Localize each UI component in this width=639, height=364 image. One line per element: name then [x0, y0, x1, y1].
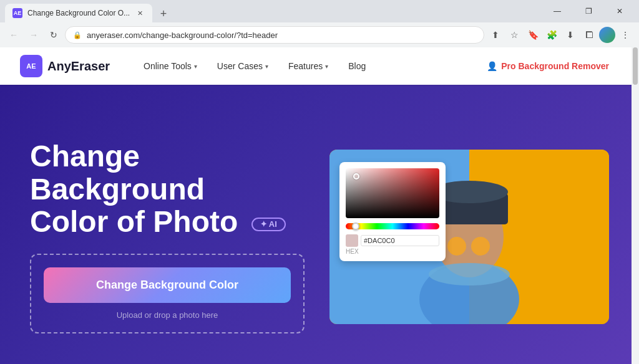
svg-point-8: [429, 263, 510, 285]
refresh-button[interactable]: ↻: [45, 26, 62, 44]
nav-usecases-chevron: ▾: [265, 63, 268, 70]
back-button[interactable]: ←: [5, 26, 22, 44]
title-bar: AE Change Background Color O... ✕ + — ❐ …: [0, 0, 639, 22]
minimize-button[interactable]: —: [543, 0, 572, 22]
download-icon[interactable]: ⬇: [562, 26, 579, 44]
hex-label: HEX: [346, 248, 439, 255]
split-view-icon[interactable]: ⧠: [580, 26, 598, 44]
logo-badge: AE: [20, 55, 42, 77]
hero-title: Change Background Color of Photo ✦ AI: [30, 140, 305, 239]
hero-title-line2: Background: [30, 173, 205, 206]
hex-swatch[interactable]: [346, 234, 358, 247]
tab-strip: AE Change Background Color O... ✕ +: [5, 0, 543, 22]
nav-cta-icon: 👤: [487, 61, 497, 71]
site-logo[interactable]: AE AnyEraser: [20, 55, 110, 77]
share-icon[interactable]: ⬆: [487, 26, 504, 44]
nav-pro-cta[interactable]: 👤 Pro Background Remover: [477, 56, 619, 76]
tab-favicon: AE: [12, 8, 22, 18]
nav-features[interactable]: Features ▾: [280, 56, 337, 76]
logo-text: AnyEraser: [47, 59, 110, 74]
lock-icon: 🔒: [73, 31, 82, 39]
window-controls: — ❐ ✕: [543, 0, 634, 22]
upload-hint: Upload or drop a photo here: [117, 310, 218, 320]
site-navigation: AE AnyEraser Online Tools ▾ User Cases ▾…: [0, 47, 639, 85]
new-tab-button[interactable]: +: [155, 5, 172, 22]
svg-point-6: [471, 236, 490, 256]
toolbar-icons: ⬆ ☆ 🔖 🧩 ⬇ ⧠ ⋮: [487, 26, 634, 44]
color-gradient[interactable]: [346, 168, 439, 218]
url-bar[interactable]: 🔒 anyeraser.com/change-background-color/…: [65, 26, 484, 44]
hero-left: Change Background Color of Photo ✦ AI Ch…: [30, 140, 305, 333]
nav-tools-chevron: ▾: [194, 63, 197, 70]
nav-links: Online Tools ▾ User Cases ▾ Features ▾ B…: [135, 56, 477, 76]
tab-close-button[interactable]: ✕: [135, 8, 145, 18]
nav-user-cases-label: User Cases: [217, 61, 263, 71]
ai-badge: ✦ AI: [251, 218, 286, 231]
url-text: anyeraser.com/change-background-color/?t…: [87, 31, 476, 40]
hero-title-line1: Change: [30, 140, 140, 173]
color-cursor: [353, 173, 359, 180]
nav-features-label: Features: [288, 61, 323, 71]
maximize-button[interactable]: ❐: [574, 0, 603, 22]
nav-user-cases[interactable]: User Cases ▾: [208, 56, 277, 76]
address-bar: ← → ↻ 🔒 anyeraser.com/change-background-…: [0, 22, 639, 47]
bookmark-icon[interactable]: 🔖: [524, 26, 542, 44]
hue-thumb: [352, 223, 359, 230]
hex-input[interactable]: #DAC0C0: [361, 235, 439, 246]
bookmark-add-icon[interactable]: ☆: [505, 26, 523, 44]
nav-blog[interactable]: Blog: [339, 56, 374, 76]
upload-button[interactable]: Change Background Color: [44, 267, 291, 303]
scrollbar-thumb[interactable]: [633, 47, 638, 85]
hue-slider[interactable]: [346, 223, 439, 229]
active-tab[interactable]: AE Change Background Color O... ✕: [5, 4, 152, 22]
nav-cta-label: Pro Background Remover: [501, 61, 609, 71]
color-picker[interactable]: #DAC0C0 HEX: [339, 162, 446, 261]
website-content: AE AnyEraser Online Tools ▾ User Cases ▾…: [0, 47, 639, 364]
upload-area[interactable]: Change Background Color Upload or drop a…: [30, 254, 305, 333]
nav-online-tools[interactable]: Online Tools ▾: [135, 56, 206, 76]
tab-title: Change Background Color O...: [27, 9, 130, 17]
nav-features-chevron: ▾: [325, 63, 328, 70]
profile-avatar[interactable]: [599, 27, 615, 43]
hero-title-line3: Color of Photo: [30, 205, 238, 238]
demo-image: #DAC0C0 HEX: [329, 150, 609, 324]
forward-button[interactable]: →: [25, 26, 42, 44]
extensions-icon[interactable]: 🧩: [543, 26, 560, 44]
more-menu-icon[interactable]: ⋮: [617, 26, 634, 44]
nav-online-tools-label: Online Tools: [144, 61, 192, 71]
hero-section: Change Background Color of Photo ✦ AI Ch…: [0, 85, 639, 364]
nav-blog-label: Blog: [348, 61, 366, 71]
scrollbar[interactable]: [632, 47, 639, 364]
close-button[interactable]: ✕: [605, 0, 634, 22]
hero-right: #DAC0C0 HEX: [329, 150, 609, 324]
svg-point-5: [447, 236, 467, 256]
hex-row: #DAC0C0: [346, 234, 439, 247]
